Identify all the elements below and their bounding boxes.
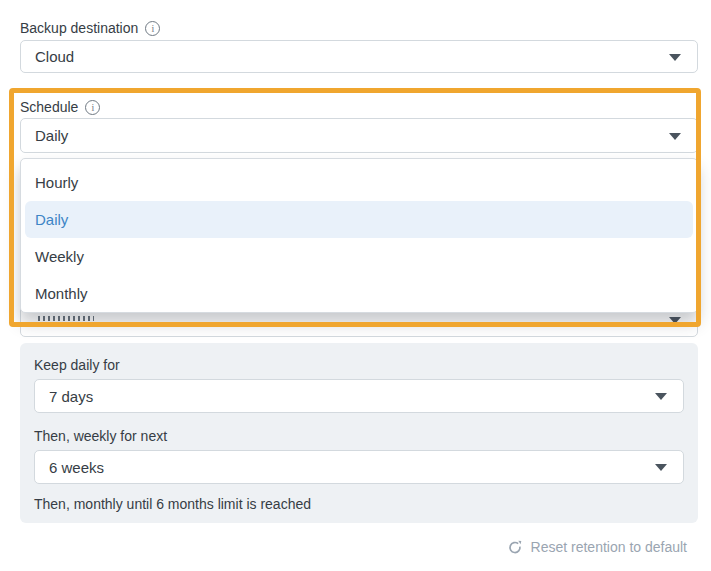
monthly-retention-note: Then, monthly until 6 months limit is re… bbox=[34, 496, 311, 512]
weekly-label: Then, weekly for next bbox=[34, 428, 167, 444]
reset-retention-link[interactable]: Reset retention to default bbox=[507, 539, 687, 555]
keep-daily-value: 7 days bbox=[49, 388, 93, 405]
dropdown-option-weekly[interactable]: Weekly bbox=[21, 238, 697, 275]
schedule-label: Schedule i bbox=[20, 99, 100, 115]
schedule-dropdown-menu: Hourly Daily Weekly Monthly bbox=[20, 158, 698, 313]
keep-daily-label-text: Keep daily for bbox=[34, 357, 120, 373]
schedule-value: Daily bbox=[35, 127, 68, 144]
backup-destination-value: Cloud bbox=[35, 48, 74, 65]
dropdown-option-hourly[interactable]: Hourly bbox=[21, 164, 697, 201]
dropdown-option-monthly[interactable]: Monthly bbox=[21, 275, 697, 312]
keep-daily-label: Keep daily for bbox=[34, 357, 120, 373]
weekly-select[interactable]: 6 weeks bbox=[34, 450, 684, 484]
info-icon[interactable]: i bbox=[85, 100, 100, 115]
info-icon[interactable]: i bbox=[145, 21, 160, 36]
backup-destination-label-text: Backup destination bbox=[20, 20, 138, 36]
chevron-down-icon bbox=[669, 133, 681, 140]
backup-destination-label: Backup destination i bbox=[20, 20, 160, 36]
schedule-label-text: Schedule bbox=[20, 99, 78, 115]
reset-retention-label: Reset retention to default bbox=[531, 539, 687, 555]
reset-arrow-icon bbox=[507, 539, 523, 555]
chevron-down-icon bbox=[655, 464, 667, 471]
weekly-label-text: Then, weekly for next bbox=[34, 428, 167, 444]
chevron-down-icon bbox=[655, 393, 667, 400]
chevron-down-icon bbox=[669, 54, 681, 61]
obscured-select-text bbox=[38, 316, 94, 321]
weekly-value: 6 weeks bbox=[49, 459, 104, 476]
retention-panel: Keep daily for 7 days Then, weekly for n… bbox=[20, 343, 698, 523]
schedule-select[interactable]: Daily bbox=[20, 118, 698, 153]
backup-destination-select[interactable]: Cloud bbox=[20, 40, 698, 73]
dropdown-option-daily[interactable]: Daily bbox=[25, 201, 693, 238]
keep-daily-select[interactable]: 7 days bbox=[34, 379, 684, 413]
chevron-down-icon bbox=[669, 317, 681, 324]
